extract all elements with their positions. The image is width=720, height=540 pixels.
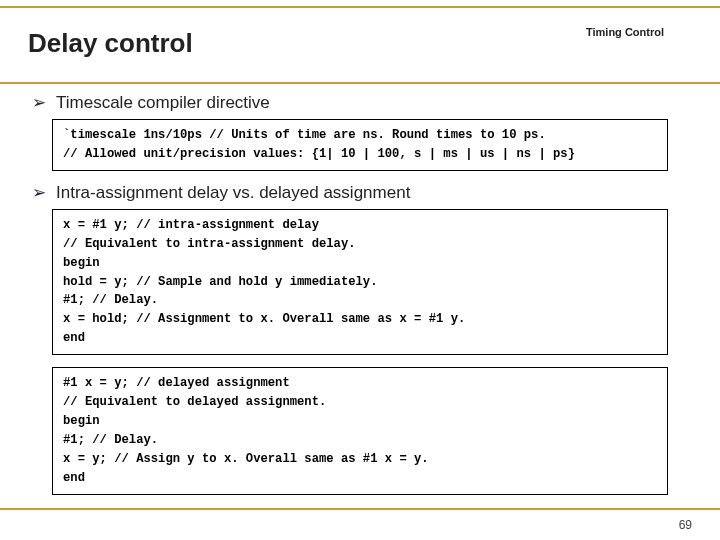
arrow-icon: ➢ <box>32 184 46 201</box>
content: ➢ Timescale compiler directive `timescal… <box>28 69 692 495</box>
header: Timing Control Delay control <box>28 0 692 69</box>
arrow-icon: ➢ <box>32 94 46 111</box>
bullet-text: Intra-assignment delay vs. delayed assig… <box>56 183 410 203</box>
bullet-text: Timescale compiler directive <box>56 93 270 113</box>
code-delayed-assignment: #1 x = y; // delayed assignment // Equiv… <box>52 367 668 494</box>
bullet-2: ➢ Intra-assignment delay vs. delayed ass… <box>32 183 692 203</box>
page-number: 69 <box>679 518 692 532</box>
slide: Timing Control Delay control ➢ Timescale… <box>0 0 720 540</box>
code-timescale: `timescale 1ns/10ps // Units of time are… <box>52 119 668 171</box>
bullet-1: ➢ Timescale compiler directive <box>32 93 692 113</box>
section-label: Timing Control <box>586 26 664 38</box>
bottom-rule <box>0 508 720 510</box>
code-intra-assignment: x = #1 y; // intra-assignment delay // E… <box>52 209 668 355</box>
title-rule <box>0 82 720 84</box>
